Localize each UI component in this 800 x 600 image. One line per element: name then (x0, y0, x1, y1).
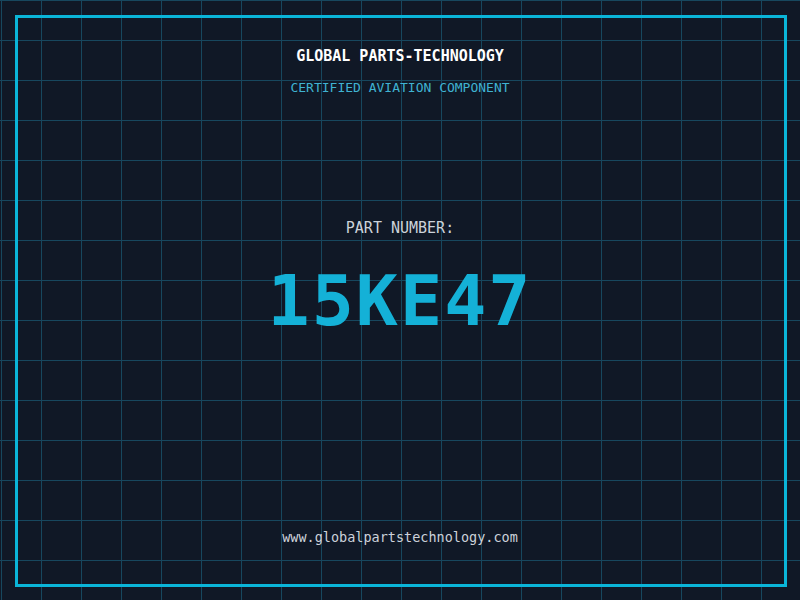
certification-subtitle: CERTIFIED AVIATION COMPONENT (0, 81, 800, 94)
part-certificate-page: GLOBAL PARTS-TECHNOLOGY CERTIFIED AVIATI… (0, 0, 800, 600)
part-number-label: PART NUMBER: (0, 221, 800, 236)
part-number-value: 15KE47 (0, 266, 800, 336)
brand-title: GLOBAL PARTS-TECHNOLOGY (0, 49, 800, 64)
website-url: www.globalpartstechnology.com (0, 531, 800, 545)
